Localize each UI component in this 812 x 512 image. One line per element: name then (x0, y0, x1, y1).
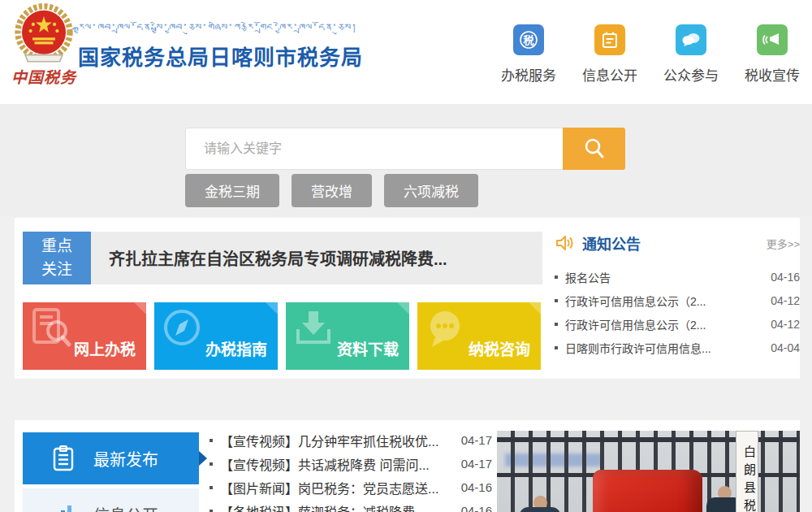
photo-red-drape (593, 470, 702, 512)
chat-dots-icon (424, 306, 469, 355)
tag-button[interactable]: 金税三期 (185, 174, 279, 207)
notice-item[interactable]: 报名公告04-16 (555, 265, 800, 289)
bullet-icon (555, 346, 558, 349)
notice-panel: 通知公告 更多>> 报名公告04-16 行政许可信用信息公示（2...04-12… (555, 232, 800, 359)
search-button[interactable] (563, 128, 625, 170)
tag-button[interactable]: 营改增 (292, 174, 372, 207)
notice-header: 通知公告 更多>> (555, 232, 800, 254)
notice-item-date: 04-12 (771, 318, 800, 331)
focus-headline: 齐扎拉主席在自治区税务局专项调研减税降费... (109, 246, 447, 270)
search-bar (185, 128, 625, 170)
news-item-text: 【各地税讯】萨迦税务：减税降费... (220, 501, 453, 512)
bullet-icon (555, 299, 558, 302)
nav-item-tax-publicity[interactable]: 税收宣传 (742, 24, 802, 85)
news-tabs: 最新发布 信息公开 (23, 432, 199, 512)
key-focus-line1: 重点 (41, 235, 72, 258)
site-header: 中国税务 རྒྱལ་ཁབ་ཁྲལ་དོན་སྤྱི་ཁྱབ་ཅུས་གཞིས་ཀ… (0, 0, 812, 104)
notepad-icon (594, 24, 625, 55)
quick-link-online-tax[interactable]: 网上办税 (23, 302, 146, 370)
search-icon (582, 137, 607, 161)
news-item-date: 04-17 (461, 457, 492, 471)
notice-item[interactable]: 行政许可信用信息公示（2...04-12 (555, 289, 800, 312)
news-item-text: 【图片新闻】岗巴税务：党员志愿送... (220, 478, 453, 497)
main-card: 重点 关注 齐扎拉主席在自治区税务局专项调研减税降费... 网上办税 办税指南 (15, 218, 800, 379)
notice-item-text: 行政许可信用信息公示（2... (565, 316, 762, 332)
notice-item[interactable]: 日喀则市行政许可信用信息...04-04 (555, 336, 800, 359)
logo-caption: 中国税务 (8, 65, 80, 87)
news-item[interactable]: 【图片新闻】岗巴税务：党员志愿送...04-16 (209, 475, 492, 499)
quick-link-downloads[interactable]: 资料下载 (286, 302, 409, 370)
news-item-date: 04-16 (461, 504, 492, 512)
tax-icon: 税 (513, 24, 544, 55)
notice-item-text: 报名公告 (565, 269, 762, 285)
news-item-date: 04-16 (461, 480, 492, 494)
nav-label: 税收宣传 (745, 64, 800, 85)
photo-vertical-sign: 白朗县税务局 (736, 431, 758, 512)
quick-links: 网上办税 办税指南 资料下载 纳税咨询 (23, 302, 541, 370)
news-item-text: 【宣传视频】几分钟牢牢抓住税收优... (220, 431, 453, 450)
quick-link-tax-guide[interactable]: 办税指南 (154, 302, 278, 370)
download-icon (292, 306, 338, 355)
bullet-icon (209, 439, 213, 442)
notice-item-date: 04-04 (771, 341, 800, 354)
site-title-tibetan: རྒྱལ་ཁབ་ཁྲལ་དོན་སྤྱི་ཁྱབ་ཅུས་གཞིས་ཀ་རྩེ་… (78, 21, 363, 35)
tab-info-disclosure[interactable]: 信息公开 (23, 488, 199, 512)
notice-item-text: 日喀则市行政许可信用信息... (565, 340, 762, 356)
svg-text:税: 税 (523, 34, 533, 46)
quick-link-label: 资料下载 (337, 337, 399, 359)
quick-link-label: 办税指南 (205, 337, 267, 359)
news-item[interactable]: 【各地税讯】萨迦税务：减税降费...04-16 (209, 499, 492, 512)
megaphone-icon (757, 24, 788, 55)
national-emblem-icon (11, 2, 77, 68)
search-section: 金税三期 营改增 六项减税 (0, 104, 812, 216)
search-input[interactable] (185, 128, 563, 170)
notice-item-date: 04-16 (771, 271, 800, 284)
notice-list: 报名公告04-16 行政许可信用信息公示（2...04-12 行政许可信用信息公… (555, 265, 800, 359)
bullet-icon (209, 510, 213, 512)
chat-icon (676, 24, 706, 55)
logo: 中国税务 (8, 2, 80, 87)
bullet-icon (555, 276, 558, 279)
notice-item[interactable]: 行政许可信用信息公示（2...04-12 (555, 312, 800, 336)
nav-label: 信息公开 (582, 64, 637, 85)
photo-person (520, 496, 560, 512)
document-search-icon (29, 306, 75, 355)
compass-icon (161, 306, 206, 355)
focus-headline-link[interactable]: 齐扎拉主席在自治区税务局专项调研减税降费... (91, 232, 542, 284)
tab-latest-release[interactable]: 最新发布 (23, 432, 199, 484)
news-photo[interactable]: 白朗县税务局 (497, 431, 800, 512)
bullet-icon (209, 462, 213, 466)
notice-title: 通知公告 (582, 232, 641, 254)
nav-label: 公众参与 (663, 64, 719, 85)
quick-link-label: 纳税咨询 (469, 337, 530, 359)
news-list: 【宣传视频】几分钟牢牢抓住税收优...04-17 【宣传视频】共话减税降费 问需… (209, 428, 492, 512)
site-titles: རྒྱལ་ཁབ་ཁྲལ་དོན་སྤྱི་ཁྱབ་ཅུས་གཞིས་ཀ་རྩེ་… (78, 21, 363, 71)
nav-label: 办税服务 (501, 64, 556, 85)
nav-item-info-disclosure[interactable]: 信息公开 (580, 24, 640, 85)
key-focus-badge: 重点 关注 (23, 232, 91, 284)
nav-item-tax-service[interactable]: 税 办税服务 (499, 24, 559, 85)
bar-chart-icon (50, 501, 77, 512)
news-item-date: 04-17 (461, 433, 492, 447)
notice-more-link[interactable]: 更多>> (767, 236, 800, 251)
site-title: 国家税务总局日喀则市税务局 (78, 41, 363, 71)
hot-search-tags: 金税三期 营改增 六项减税 (185, 174, 478, 207)
notice-item-date: 04-12 (771, 294, 800, 307)
clipboard-icon (50, 445, 77, 472)
page: 中国税务 རྒྱལ་ཁབ་ཁྲལ་དོན་སྤྱི་ཁྱབ་ཅུས་གཞིས་ཀ… (0, 0, 812, 512)
notice-item-text: 行政许可信用信息公示（2... (565, 293, 762, 309)
quick-link-consultation[interactable]: 纳税咨询 (417, 302, 541, 370)
horn-icon (555, 233, 574, 253)
tab-label: 最新发布 (93, 447, 158, 471)
quick-link-label: 网上办税 (74, 337, 136, 359)
tag-button[interactable]: 六项减税 (384, 174, 478, 207)
nav-item-public-participation[interactable]: 公众参与 (661, 24, 721, 85)
tab-label: 信息公开 (93, 503, 158, 512)
bullet-icon (209, 486, 213, 489)
news-item[interactable]: 【宣传视频】几分钟牢牢抓住税收优...04-17 (209, 428, 492, 452)
news-item-text: 【宣传视频】共话减税降费 问需问... (220, 454, 453, 474)
news-card: 最新发布 信息公开 【宣传视频】几分钟牢牢抓住税收优...04-17 【宣传视频… (15, 420, 800, 512)
top-navigation: 税 办税服务 信息公开 公众参与 税收宣传 (499, 24, 802, 85)
bullet-icon (555, 323, 558, 326)
news-item[interactable]: 【宣传视频】共话减税降费 问需问...04-17 (209, 452, 492, 475)
